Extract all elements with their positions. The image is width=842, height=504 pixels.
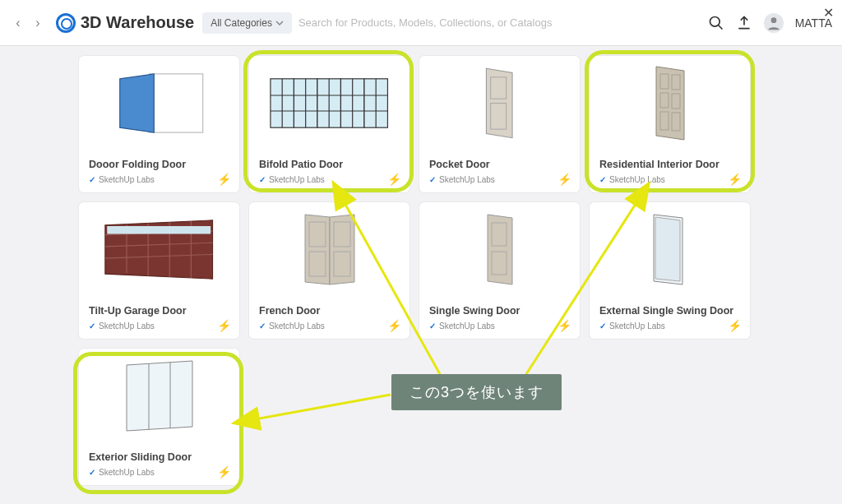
card-thumb: [249, 202, 409, 297]
svg-marker-4: [120, 74, 155, 132]
svg-point-2: [770, 17, 776, 23]
verified-icon: ✓: [259, 175, 266, 184]
card-title: Single Swing Door: [429, 305, 570, 317]
door-garage-icon: [95, 210, 222, 289]
card-exterior-sliding[interactable]: Exterior Sliding Door ✓SketchUp Labs ⚡: [79, 349, 239, 485]
card-source: ✓SketchUp Labs: [259, 175, 400, 184]
card-source: ✓SketchUp Labs: [89, 175, 229, 184]
results-grid: Dooor Folding Door ✓SketchUp Labs ⚡ Bifo…: [79, 56, 842, 485]
door-pocket-icon: [465, 64, 534, 142]
verified-icon: ✓: [599, 175, 606, 184]
user-avatar[interactable]: [764, 13, 784, 33]
card-dooor-folding[interactable]: Dooor Folding Door ✓SketchUp Labs ⚡: [79, 56, 239, 192]
live-component-icon: ⚡: [217, 173, 231, 186]
door-swing-icon: [471, 210, 529, 289]
site-logo[interactable]: 3D Warehouse: [56, 13, 194, 33]
card-title: External Single Swing Door: [599, 305, 740, 317]
nav-forward-button[interactable]: ›: [30, 15, 46, 31]
card-title: French Door: [259, 305, 400, 317]
card-bifold-patio[interactable]: Bifold Patio Door ✓SketchUp Labs ⚡: [249, 56, 409, 192]
live-component-icon: ⚡: [387, 319, 401, 332]
door-interior-icon: [641, 64, 699, 142]
verified-icon: ✓: [89, 175, 95, 184]
svg-point-0: [710, 16, 719, 26]
header-bar: ‹ › 3D Warehouse All Categories Search f…: [0, 0, 842, 46]
search-input[interactable]: Search for Products, Models, Collections…: [298, 16, 708, 29]
card-pocket-door[interactable]: Pocket Door ✓SketchUp Labs ⚡: [419, 56, 580, 192]
card-source: ✓SketchUp Labs: [429, 175, 570, 184]
upload-icon[interactable]: [736, 15, 752, 31]
svg-line-1: [718, 25, 722, 29]
card-thumb: [419, 56, 580, 150]
card-source: ✓SketchUp Labs: [599, 321, 740, 331]
live-component-icon: ⚡: [557, 173, 571, 186]
categories-label: All Categories: [210, 17, 272, 29]
card-french-door[interactable]: French Door ✓SketchUp Labs ⚡: [249, 202, 409, 339]
nav-back-button[interactable]: ‹: [10, 15, 26, 31]
svg-rect-35: [108, 226, 211, 234]
live-component-icon: ⚡: [217, 319, 231, 332]
card-title: Pocket Door: [429, 159, 570, 170]
card-title: Exterior Sliding Door: [89, 451, 229, 463]
categories-dropdown[interactable]: All Categories: [202, 12, 292, 34]
card-title: Tilt-Up Garage Door: [89, 305, 229, 317]
card-tilt-up-garage[interactable]: Tilt-Up Garage Door ✓SketchUp Labs ⚡: [79, 202, 239, 339]
door-external-swing-icon: [637, 210, 703, 289]
logo-text: 3D Warehouse: [81, 13, 194, 32]
card-thumb: [249, 56, 409, 150]
door-folding-icon: [100, 64, 218, 142]
card-thumb: [79, 56, 239, 150]
verified-icon: ✓: [89, 468, 95, 477]
card-title: Dooor Folding Door: [89, 159, 229, 170]
door-sliding-icon: [114, 357, 205, 435]
verified-icon: ✓: [599, 321, 606, 331]
verified-icon: ✓: [429, 175, 436, 184]
live-component-icon: ⚡: [387, 173, 401, 186]
door-bifold-icon: [266, 64, 392, 142]
svg-marker-46: [655, 217, 680, 281]
annotation-callout: この3つを使います: [391, 374, 562, 410]
window-close-icon[interactable]: ✕: [823, 5, 834, 21]
svg-marker-47: [127, 361, 192, 431]
card-title: Bifold Patio Door: [259, 159, 400, 170]
card-source: ✓SketchUp Labs: [89, 468, 229, 477]
card-source: ✓SketchUp Labs: [599, 175, 740, 184]
logo-icon: [56, 13, 76, 33]
live-component-icon: ⚡: [728, 173, 742, 186]
verified-icon: ✓: [89, 321, 95, 331]
card-source: ✓SketchUp Labs: [89, 321, 229, 331]
verified-icon: ✓: [429, 321, 436, 331]
card-thumb: [79, 349, 239, 443]
card-source: ✓SketchUp Labs: [429, 321, 570, 331]
card-title: Residential Interior Door: [599, 159, 740, 170]
svg-rect-3: [150, 74, 203, 132]
card-thumb: [79, 202, 239, 297]
live-component-icon: ⚡: [728, 319, 742, 332]
door-french-icon: [293, 210, 367, 289]
search-icon[interactable]: [708, 15, 724, 31]
chevron-down-icon: [275, 19, 284, 27]
card-single-swing[interactable]: Single Swing Door ✓SketchUp Labs ⚡: [419, 202, 580, 339]
live-component-icon: ⚡: [557, 319, 571, 332]
card-residential-interior[interactable]: Residential Interior Door ✓SketchUp Labs…: [590, 56, 750, 192]
live-component-icon: ⚡: [217, 465, 231, 479]
card-source: ✓SketchUp Labs: [259, 321, 400, 331]
card-thumb: [590, 202, 750, 297]
card-thumb: [590, 56, 750, 150]
card-external-single-swing[interactable]: External Single Swing Door ✓SketchUp Lab…: [590, 202, 750, 339]
card-thumb: [419, 202, 580, 297]
person-icon: [766, 15, 782, 31]
verified-icon: ✓: [259, 321, 266, 331]
